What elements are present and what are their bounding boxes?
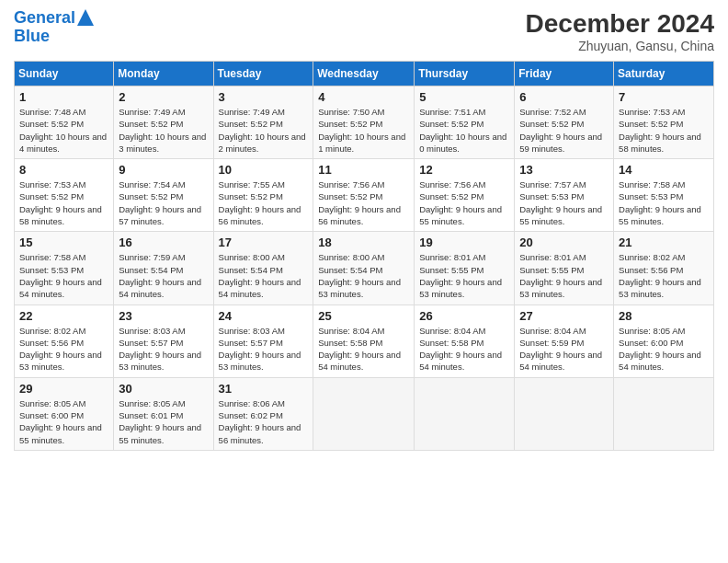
header-monday: Monday	[114, 62, 213, 86]
calendar-table: Sunday Monday Tuesday Wednesday Thursday…	[14, 61, 714, 451]
day-info: Sunrise: 8:04 AM Sunset: 5:58 PM Dayligh…	[318, 325, 409, 373]
svg-marker-0	[77, 9, 94, 26]
table-row: 22 Sunrise: 8:02 AM Sunset: 5:56 PM Dayl…	[15, 304, 114, 377]
day-number: 24	[219, 309, 309, 323]
day-info: Sunrise: 8:04 AM Sunset: 5:59 PM Dayligh…	[519, 325, 609, 373]
location-subtitle: Zhuyuan, Gansu, China	[526, 39, 714, 53]
table-row: 18 Sunrise: 8:00 AM Sunset: 5:54 PM Dayl…	[313, 232, 415, 304]
day-info: Sunrise: 8:04 AM Sunset: 5:58 PM Dayligh…	[419, 325, 509, 373]
day-info: Sunrise: 7:58 AM Sunset: 5:53 PM Dayligh…	[619, 178, 709, 227]
day-info: Sunrise: 8:02 AM Sunset: 5:56 PM Dayligh…	[619, 251, 709, 300]
table-row	[515, 377, 614, 450]
header-thursday: Thursday	[415, 62, 515, 86]
table-row: 9 Sunrise: 7:54 AM Sunset: 5:52 PM Dayli…	[114, 159, 213, 232]
day-info: Sunrise: 7:49 AM Sunset: 5:52 PM Dayligh…	[119, 106, 208, 155]
day-info: Sunrise: 8:05 AM Sunset: 6:00 PM Dayligh…	[19, 397, 108, 446]
header-saturday: Saturday	[614, 62, 714, 86]
calendar-week-row: 22 Sunrise: 8:02 AM Sunset: 5:56 PM Dayl…	[15, 304, 714, 377]
day-info: Sunrise: 8:03 AM Sunset: 5:57 PM Dayligh…	[119, 325, 208, 373]
table-row: 27 Sunrise: 8:04 AM Sunset: 5:59 PM Dayl…	[515, 304, 614, 377]
calendar-week-row: 15 Sunrise: 7:58 AM Sunset: 5:53 PM Dayl…	[15, 232, 714, 304]
day-info: Sunrise: 7:51 AM Sunset: 5:52 PM Dayligh…	[419, 106, 509, 155]
table-row: 24 Sunrise: 8:03 AM Sunset: 5:57 PM Dayl…	[213, 304, 313, 377]
day-number: 1	[19, 90, 108, 104]
day-number: 26	[419, 309, 509, 323]
day-info: Sunrise: 7:57 AM Sunset: 5:53 PM Dayligh…	[519, 178, 609, 227]
table-row: 10 Sunrise: 7:55 AM Sunset: 5:52 PM Dayl…	[213, 159, 313, 232]
table-row	[313, 377, 415, 450]
day-number: 14	[619, 163, 709, 177]
table-row: 15 Sunrise: 7:58 AM Sunset: 5:53 PM Dayl…	[15, 232, 114, 304]
day-info: Sunrise: 8:06 AM Sunset: 6:02 PM Dayligh…	[219, 397, 309, 446]
day-number: 30	[119, 382, 208, 396]
table-row: 12 Sunrise: 7:56 AM Sunset: 5:52 PM Dayl…	[415, 159, 515, 232]
day-number: 4	[318, 90, 409, 104]
table-row: 19 Sunrise: 8:01 AM Sunset: 5:55 PM Dayl…	[415, 232, 515, 304]
day-number: 10	[219, 163, 309, 177]
day-number: 15	[19, 236, 108, 249]
day-number: 5	[419, 90, 509, 104]
logo-blue: Blue	[14, 28, 50, 46]
header-friday: Friday	[515, 62, 614, 86]
day-info: Sunrise: 7:58 AM Sunset: 5:53 PM Dayligh…	[19, 251, 108, 300]
calendar-week-row: 1 Sunrise: 7:48 AM Sunset: 5:52 PM Dayli…	[15, 86, 714, 159]
calendar-container: General Blue December 2024 Zhuyuan, Gans…	[0, 0, 728, 460]
table-row: 8 Sunrise: 7:53 AM Sunset: 5:52 PM Dayli…	[15, 159, 114, 232]
table-row: 6 Sunrise: 7:52 AM Sunset: 5:52 PM Dayli…	[515, 86, 614, 159]
day-number: 13	[519, 163, 609, 177]
day-info: Sunrise: 8:01 AM Sunset: 5:55 PM Dayligh…	[419, 251, 509, 300]
day-number: 18	[318, 236, 409, 249]
day-number: 20	[519, 236, 609, 249]
table-row: 25 Sunrise: 8:04 AM Sunset: 5:58 PM Dayl…	[313, 304, 415, 377]
table-row: 30 Sunrise: 8:05 AM Sunset: 6:01 PM Dayl…	[114, 377, 213, 450]
day-number: 23	[119, 309, 208, 323]
day-number: 29	[19, 382, 108, 396]
logo-text: General	[14, 9, 75, 28]
day-number: 7	[619, 90, 709, 104]
weekday-header-row: Sunday Monday Tuesday Wednesday Thursday…	[15, 62, 714, 86]
day-info: Sunrise: 7:56 AM Sunset: 5:52 PM Dayligh…	[318, 178, 409, 227]
table-row: 26 Sunrise: 8:04 AM Sunset: 5:58 PM Dayl…	[415, 304, 515, 377]
day-number: 25	[318, 309, 409, 323]
day-info: Sunrise: 7:54 AM Sunset: 5:52 PM Dayligh…	[119, 178, 208, 227]
day-info: Sunrise: 8:05 AM Sunset: 6:00 PM Dayligh…	[619, 325, 709, 373]
table-row	[614, 377, 714, 450]
day-info: Sunrise: 7:48 AM Sunset: 5:52 PM Dayligh…	[19, 106, 108, 155]
day-info: Sunrise: 8:05 AM Sunset: 6:01 PM Dayligh…	[119, 397, 208, 446]
day-number: 12	[419, 163, 509, 177]
table-row: 3 Sunrise: 7:49 AM Sunset: 5:52 PM Dayli…	[213, 86, 313, 159]
table-row	[415, 377, 515, 450]
day-number: 8	[19, 163, 108, 177]
header-wednesday: Wednesday	[313, 62, 415, 86]
day-info: Sunrise: 7:52 AM Sunset: 5:52 PM Dayligh…	[519, 106, 609, 155]
logo-icon	[77, 9, 94, 26]
calendar-week-row: 29 Sunrise: 8:05 AM Sunset: 6:00 PM Dayl…	[15, 377, 714, 450]
table-row: 20 Sunrise: 8:01 AM Sunset: 5:55 PM Dayl…	[515, 232, 614, 304]
table-row: 17 Sunrise: 8:00 AM Sunset: 5:54 PM Dayl…	[213, 232, 313, 304]
day-number: 31	[219, 382, 309, 396]
table-row: 4 Sunrise: 7:50 AM Sunset: 5:52 PM Dayli…	[313, 86, 415, 159]
day-info: Sunrise: 7:50 AM Sunset: 5:52 PM Dayligh…	[318, 106, 409, 155]
day-number: 6	[519, 90, 609, 104]
day-number: 27	[519, 309, 609, 323]
table-row: 1 Sunrise: 7:48 AM Sunset: 5:52 PM Dayli…	[15, 86, 114, 159]
day-number: 21	[619, 236, 709, 249]
table-row: 13 Sunrise: 7:57 AM Sunset: 5:53 PM Dayl…	[515, 159, 614, 232]
day-number: 16	[119, 236, 208, 249]
day-info: Sunrise: 8:03 AM Sunset: 5:57 PM Dayligh…	[219, 325, 309, 373]
calendar-week-row: 8 Sunrise: 7:53 AM Sunset: 5:52 PM Dayli…	[15, 159, 714, 232]
table-row: 21 Sunrise: 8:02 AM Sunset: 5:56 PM Dayl…	[614, 232, 714, 304]
day-info: Sunrise: 8:01 AM Sunset: 5:55 PM Dayligh…	[519, 251, 609, 300]
table-row: 29 Sunrise: 8:05 AM Sunset: 6:00 PM Dayl…	[15, 377, 114, 450]
month-title: December 2024	[526, 9, 714, 39]
header-tuesday: Tuesday	[213, 62, 313, 86]
day-info: Sunrise: 8:00 AM Sunset: 5:54 PM Dayligh…	[318, 251, 409, 300]
day-number: 17	[219, 236, 309, 249]
day-info: Sunrise: 7:55 AM Sunset: 5:52 PM Dayligh…	[219, 178, 309, 227]
table-row: 5 Sunrise: 7:51 AM Sunset: 5:52 PM Dayli…	[415, 86, 515, 159]
table-row: 14 Sunrise: 7:58 AM Sunset: 5:53 PM Dayl…	[614, 159, 714, 232]
day-number: 28	[619, 309, 709, 323]
day-info: Sunrise: 7:56 AM Sunset: 5:52 PM Dayligh…	[419, 178, 509, 227]
day-info: Sunrise: 7:53 AM Sunset: 5:52 PM Dayligh…	[19, 178, 108, 227]
day-number: 19	[419, 236, 509, 249]
